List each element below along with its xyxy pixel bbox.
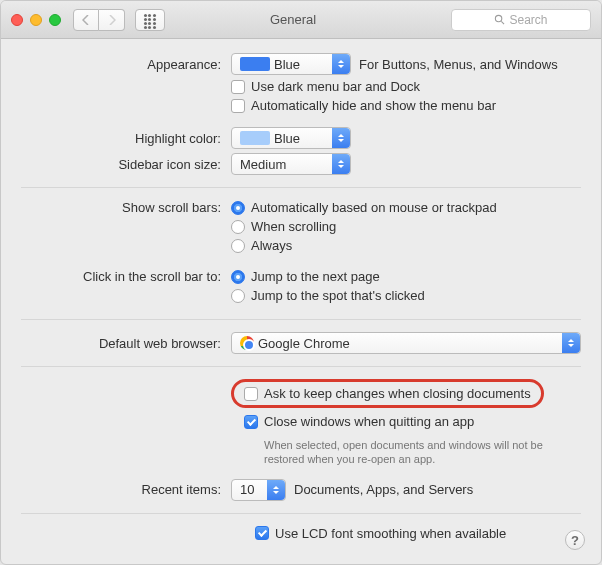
separator [21,366,581,367]
preferences-window: General Search Appearance: Blue For Butt… [0,0,602,565]
click-label: Click in the scroll bar to: [21,269,231,284]
separator [21,513,581,514]
chevron-updown-icon [332,128,350,148]
recent-items-select[interactable]: 10 [231,479,286,501]
scroll-always-radio[interactable] [231,239,245,253]
recent-suffix: Documents, Apps, and Servers [294,482,473,497]
appearance-select[interactable]: Blue [231,53,351,75]
lcd-smoothing-label: Use LCD font smoothing when available [275,526,506,541]
browser-value: Google Chrome [258,336,350,351]
forward-button[interactable] [99,9,125,31]
appearance-swatch [240,57,270,71]
appearance-label: Appearance: [21,57,231,72]
lcd-smoothing-checkbox[interactable] [255,526,269,540]
highlight-value: Blue [274,131,300,146]
browser-select[interactable]: Google Chrome [231,332,581,354]
sidebar-size-value: Medium [240,157,286,172]
appearance-value: Blue [274,57,300,72]
click-next-label: Jump to the next page [251,269,380,284]
scroll-scrolling-radio[interactable] [231,220,245,234]
recent-items-value: 10 [240,482,254,497]
scroll-auto-label: Automatically based on mouse or trackpad [251,200,497,215]
help-button[interactable]: ? [565,530,585,550]
back-button[interactable] [73,9,99,31]
highlight-label: Highlight color: [21,131,231,146]
window-controls [11,14,61,26]
show-all-button[interactable] [135,9,165,31]
chevron-updown-icon [332,54,350,74]
highlighted-option: Ask to keep changes when closing documen… [231,379,544,408]
nav-buttons [73,9,125,31]
separator [21,187,581,188]
question-icon: ? [571,533,579,548]
browser-label: Default web browser: [21,336,231,351]
highlight-swatch [240,131,270,145]
click-spot-radio[interactable] [231,289,245,303]
grid-icon [144,14,156,26]
close-windows-help: When selected, open documents and window… [264,438,581,467]
separator [21,319,581,320]
dark-menu-checkbox[interactable] [231,80,245,94]
scroll-always-label: Always [251,238,292,253]
search-icon [494,14,505,25]
search-input[interactable]: Search [451,9,591,31]
recent-label: Recent items: [21,482,231,497]
sidebar-size-label: Sidebar icon size: [21,157,231,172]
svg-line-1 [502,21,505,24]
ask-keep-changes-checkbox[interactable] [244,387,258,401]
window-title: General [171,12,445,27]
scroll-auto-radio[interactable] [231,201,245,215]
click-next-radio[interactable] [231,270,245,284]
svg-point-0 [496,15,502,21]
chevron-updown-icon [562,333,580,353]
content-area: Appearance: Blue For Buttons, Menus, and… [1,39,601,555]
chevron-updown-icon [267,480,285,500]
ask-keep-changes-label: Ask to keep changes when closing documen… [264,386,531,401]
auto-hide-menubar-label: Automatically hide and show the menu bar [251,98,496,113]
search-placeholder: Search [509,13,547,27]
click-spot-label: Jump to the spot that's clicked [251,288,425,303]
appearance-hint: For Buttons, Menus, and Windows [359,57,558,72]
zoom-window-button[interactable] [49,14,61,26]
dark-menu-label: Use dark menu bar and Dock [251,79,420,94]
close-window-button[interactable] [11,14,23,26]
close-windows-label: Close windows when quitting an app [264,414,474,429]
highlight-select[interactable]: Blue [231,127,351,149]
titlebar: General Search [1,1,601,39]
auto-hide-menubar-checkbox[interactable] [231,99,245,113]
close-windows-checkbox[interactable] [244,415,258,429]
scroll-scrolling-label: When scrolling [251,219,336,234]
sidebar-size-select[interactable]: Medium [231,153,351,175]
scroll-label: Show scroll bars: [21,200,231,215]
chrome-icon [240,336,254,350]
minimize-window-button[interactable] [30,14,42,26]
chevron-updown-icon [332,154,350,174]
